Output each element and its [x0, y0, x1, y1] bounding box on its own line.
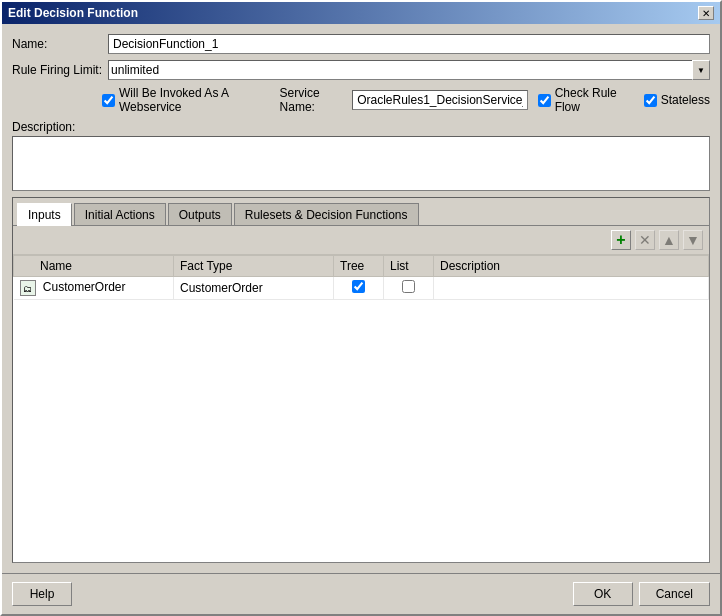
stateless-checkbox[interactable] — [644, 94, 657, 107]
up-arrow-icon: ▲ — [662, 232, 676, 248]
col-header-tree: Tree — [334, 256, 384, 277]
tab-initial-actions[interactable]: Initial Actions — [74, 203, 166, 225]
inputs-table: Name Fact Type Tree List Description 🗂 C… — [13, 255, 709, 300]
service-name-input[interactable] — [352, 90, 527, 110]
service-name-label: Service Name: — [280, 86, 349, 114]
main-window: Edit Decision Function ✕ Name: Rule Firi… — [0, 0, 722, 616]
move-up-button[interactable]: ▲ — [659, 230, 679, 250]
move-down-button[interactable]: ▼ — [683, 230, 703, 250]
tab-outputs[interactable]: Outputs — [168, 203, 232, 225]
row-name-cell: 🗂 CustomerOrder — [14, 277, 174, 300]
help-button[interactable]: Help — [12, 582, 72, 606]
table-container: Name Fact Type Tree List Description 🗂 C… — [13, 255, 709, 562]
row-list-cell — [384, 277, 434, 300]
cancel-button[interactable]: Cancel — [639, 582, 710, 606]
window-title: Edit Decision Function — [8, 6, 138, 20]
col-header-desc: Description — [434, 256, 709, 277]
row-tree-checkbox[interactable] — [352, 280, 365, 293]
rule-firing-select[interactable]: unlimited — [108, 60, 710, 80]
select-arrow-icon[interactable]: ▼ — [692, 60, 710, 80]
ok-button[interactable]: OK — [573, 582, 633, 606]
add-button[interactable]: + — [611, 230, 631, 250]
rule-firing-label: Rule Firing Limit: — [12, 63, 102, 77]
table-header-row: Name Fact Type Tree List Description — [14, 256, 709, 277]
close-button[interactable]: ✕ — [698, 6, 714, 20]
row-tree-cell — [334, 277, 384, 300]
row-name: CustomerOrder — [43, 280, 126, 294]
description-label: Description: — [12, 120, 710, 134]
row-fact-type: CustomerOrder — [180, 281, 263, 295]
row-icon: 🗂 — [20, 280, 36, 296]
row-desc-cell — [434, 277, 709, 300]
col-header-name: Name — [14, 256, 174, 277]
tab-inputs[interactable]: Inputs — [17, 203, 72, 226]
tabs-container: Inputs Initial Actions Outputs Rulesets … — [12, 197, 710, 563]
description-section: Description: — [12, 120, 710, 191]
down-arrow-icon: ▼ — [686, 232, 700, 248]
row-fact-cell: CustomerOrder — [174, 277, 334, 300]
bottom-bar: Help OK Cancel — [2, 573, 720, 614]
webservice-checkbox[interactable] — [102, 94, 115, 107]
stateless-label: Stateless — [661, 93, 710, 107]
rule-firing-select-wrapper: unlimited ▼ — [108, 60, 710, 80]
tabs-header: Inputs Initial Actions Outputs Rulesets … — [13, 198, 709, 226]
description-textarea[interactable] — [12, 136, 710, 191]
right-buttons: OK Cancel — [573, 582, 710, 606]
col-header-list: List — [384, 256, 434, 277]
rule-firing-row: Rule Firing Limit: unlimited ▼ — [12, 60, 710, 80]
name-label: Name: — [12, 37, 102, 51]
tabs-toolbar: + ✕ ▲ ▼ — [13, 226, 709, 255]
tab-rulesets[interactable]: Rulesets & Decision Functions — [234, 203, 419, 225]
row-list-checkbox[interactable] — [402, 280, 415, 293]
check-rule-flow-label: Check Rule Flow — [555, 86, 634, 114]
check-rule-flow-checkbox[interactable] — [538, 94, 551, 107]
webservice-label: Will Be Invoked As A Webservice — [119, 86, 272, 114]
col-header-fact: Fact Type — [174, 256, 334, 277]
webservice-row: Will Be Invoked As A Webservice Service … — [102, 86, 710, 114]
delete-button[interactable]: ✕ — [635, 230, 655, 250]
name-row: Name: — [12, 34, 710, 54]
window-body: Name: Rule Firing Limit: unlimited ▼ Wil… — [2, 24, 720, 573]
title-bar: Edit Decision Function ✕ — [2, 2, 720, 24]
table-row: 🗂 CustomerOrder CustomerOrder — [14, 277, 709, 300]
name-input[interactable] — [108, 34, 710, 54]
